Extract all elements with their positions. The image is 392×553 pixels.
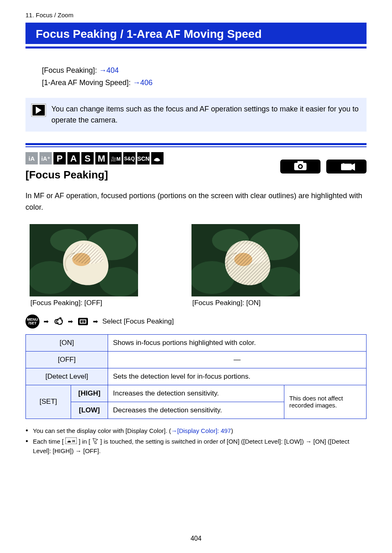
forward-arrow-icon xyxy=(31,104,46,117)
section-title: [Focus Peaking] xyxy=(25,169,177,181)
opt-low-label: [LOW] xyxy=(71,402,108,419)
opt-set-label: [SET] xyxy=(26,385,71,419)
svg-text:S&Q: S&Q xyxy=(124,156,135,162)
svg-text:H: H xyxy=(72,439,75,443)
sample-caption-off: [Focus Peaking]: [OFF] xyxy=(30,299,138,307)
section-nav: [Focus Peaking]: →404 [1-Area AF Moving … xyxy=(25,65,367,89)
nav-item-2-ref[interactable]: →406 xyxy=(133,79,152,87)
svg-point-29 xyxy=(342,163,345,166)
note-1-ref[interactable]: →[Display Color]: 497 xyxy=(171,427,231,434)
svg-rect-25 xyxy=(297,161,303,164)
arrow-icon: ➡ xyxy=(44,318,49,325)
peaking-touch-icon: ⛰ H xyxy=(65,437,77,447)
sample-images: [Focus Peaking]: [OFF] xyxy=(25,224,367,307)
sample-image-on xyxy=(191,224,300,296)
opt-detect-desc: Sets the detection level for in-focus po… xyxy=(108,368,367,385)
menu-set-icon: MENU/SET xyxy=(25,315,39,329)
opt-detect-label: [Detect Level] xyxy=(26,368,108,385)
svg-marker-52 xyxy=(93,438,98,444)
tip-block: You can change items such as the focus a… xyxy=(25,98,367,132)
nav-item-1-ref[interactable]: →404 xyxy=(99,66,119,74)
page-title: Focus Peaking / 1-Area AF Moving Speed xyxy=(36,28,359,41)
options-table: [ON] Shows in-focus portions highlighted… xyxy=(25,334,367,419)
monitor-tab-icon: i xyxy=(77,317,89,326)
usage-icons xyxy=(280,160,367,174)
section-intro: In MF or AF operation, focused portions … xyxy=(25,190,367,213)
table-row: [SET] [HIGH] Increases the detection sen… xyxy=(26,385,367,402)
title-underline xyxy=(25,46,367,49)
svg-point-24 xyxy=(299,165,302,168)
menu-path: MENU/SET ➡ C ➡ i ➡ Select [Focus Peaking… xyxy=(25,315,367,329)
opt-low-desc: Decreases the detection sensitivity. xyxy=(108,402,284,419)
opt-high-desc: Increases the detection sensitivity. xyxy=(108,385,284,402)
svg-text:M: M xyxy=(98,153,105,164)
section-rule-thin xyxy=(25,146,367,147)
opt-on-label: [ON] xyxy=(26,334,108,351)
opt-high-label: [HIGH] xyxy=(71,385,108,402)
opt-off-label: [OFF] xyxy=(26,351,108,368)
svg-text:🎥M: 🎥M xyxy=(111,156,121,162)
svg-text:S: S xyxy=(85,153,91,164)
svg-text:SCN: SCN xyxy=(137,155,150,162)
svg-text:A: A xyxy=(70,153,77,164)
note-2: Each time [ ⛰ H ] in [ ] is touched, the… xyxy=(25,437,367,456)
table-row: [OFF] — xyxy=(26,351,367,368)
touch-tab-icon xyxy=(92,437,99,447)
tip-text: You can change items such as the focus a… xyxy=(51,104,360,126)
menu-path-label: Select [Focus Peaking] xyxy=(102,317,174,326)
nav-item-2-label: [1-Area AF Moving Speed]: xyxy=(42,79,133,87)
recording-mode-strip: iA iA⁺ P A S M xyxy=(25,152,177,164)
custom-menu-icon: C xyxy=(53,317,64,326)
notes-list: You can set the display color with [Disp… xyxy=(25,426,367,456)
nav-item-1-label: [Focus Peaking]: xyxy=(42,66,99,74)
opt-set-note: This does not affect recorded images. xyxy=(284,385,367,419)
opt-off-desc: — xyxy=(108,351,367,368)
svg-text:P: P xyxy=(57,153,63,164)
page-number: 404 xyxy=(191,535,202,542)
svg-text:iA: iA xyxy=(29,155,35,162)
arrow-icon: ➡ xyxy=(68,318,73,325)
table-row: [ON] Shows in-focus portions highlighted… xyxy=(26,334,367,351)
page-title-bar: Focus Peaking / 1-Area AF Moving Speed xyxy=(25,23,367,44)
table-row: [Detect Level] Sets the detection level … xyxy=(26,368,367,385)
breadcrumb: 11. Focus / Zoom xyxy=(25,12,367,19)
sample-image-off xyxy=(30,224,138,296)
svg-text:iA⁺: iA⁺ xyxy=(42,155,50,162)
svg-text:i: i xyxy=(83,319,84,324)
note-1: You can set the display color with [Disp… xyxy=(25,426,367,436)
sample-caption-on: [Focus Peaking]: [ON] xyxy=(192,299,300,307)
section-rule xyxy=(25,143,367,145)
opt-on-desc: Shows in-focus portions highlighted with… xyxy=(108,334,367,351)
svg-text:⛰: ⛰ xyxy=(67,439,71,443)
arrow-icon: ➡ xyxy=(93,318,98,325)
